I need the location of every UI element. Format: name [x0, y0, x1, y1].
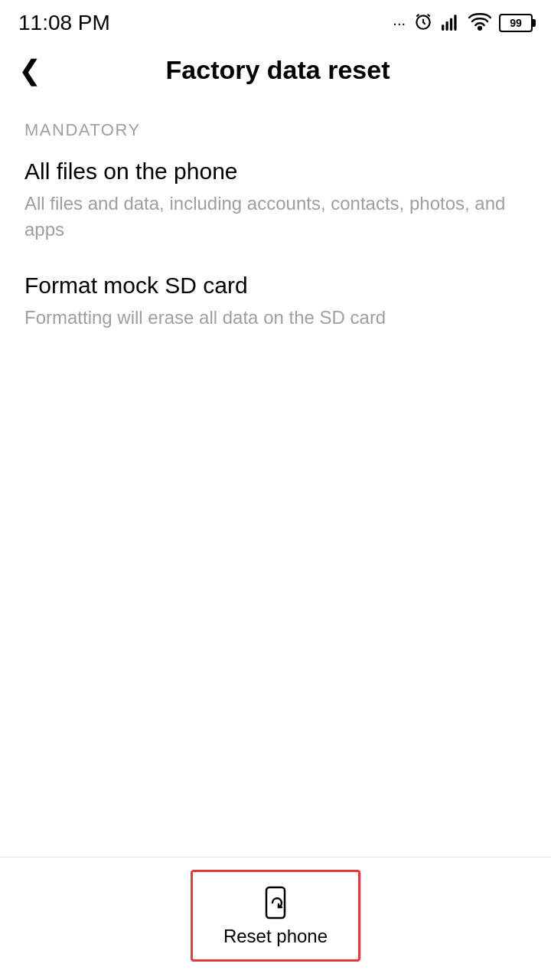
- svg-rect-6: [454, 15, 456, 31]
- content: MANDATORY All files on the phone All fil…: [0, 97, 551, 377]
- svg-rect-4: [446, 21, 448, 31]
- section-label: MANDATORY: [24, 120, 527, 140]
- alarm-icon: [413, 11, 433, 35]
- page-title: Factory data reset: [54, 55, 502, 85]
- back-button[interactable]: ❮: [18, 57, 41, 84]
- top-bar: ❮ Factory data reset: [0, 43, 551, 97]
- status-bar: 11:08 PM ···: [0, 0, 551, 43]
- option-format-sd-title: Format mock SD card: [24, 273, 527, 299]
- battery-icon: 99: [499, 14, 533, 32]
- signal-icon: [441, 11, 461, 35]
- bottom-bar: Reset phone: [0, 857, 551, 980]
- option-format-sd: Format mock SD card Formatting will eras…: [24, 273, 527, 331]
- reset-phone-icon: [257, 884, 294, 921]
- svg-point-7: [478, 26, 481, 29]
- wifi-icon: [468, 11, 491, 35]
- svg-rect-3: [442, 24, 444, 31]
- reset-phone-button[interactable]: Reset phone: [191, 870, 360, 962]
- reset-phone-label: Reset phone: [223, 926, 328, 947]
- svg-line-2: [428, 14, 430, 16]
- option-all-files-desc: All files and data, including accounts, …: [24, 191, 527, 242]
- option-format-sd-desc: Formatting will erase all data on the SD…: [24, 305, 527, 331]
- more-icon: ···: [393, 15, 406, 32]
- svg-line-1: [416, 14, 419, 16]
- option-all-files: All files on the phone All files and dat…: [24, 158, 527, 242]
- status-time: 11:08 PM: [18, 11, 110, 35]
- status-icons: ··· 99: [393, 11, 533, 35]
- svg-rect-5: [450, 18, 452, 30]
- option-all-files-title: All files on the phone: [24, 158, 527, 185]
